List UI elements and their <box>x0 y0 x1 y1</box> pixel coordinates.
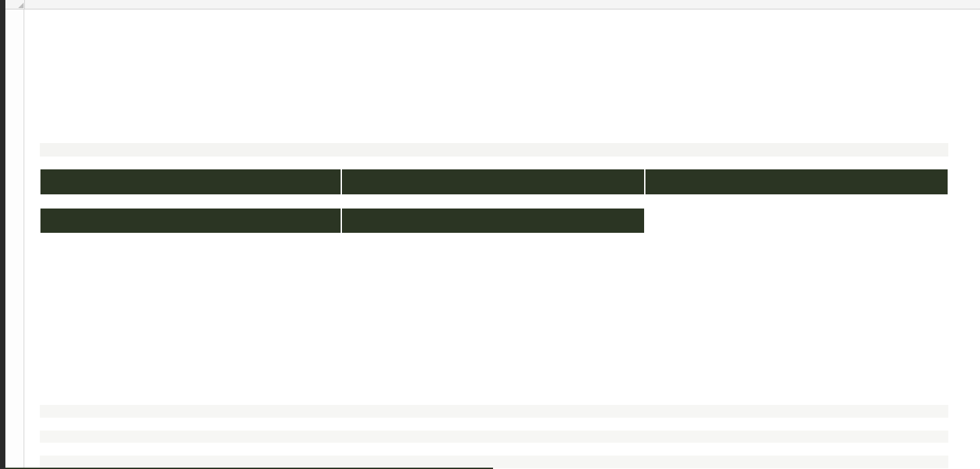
nav-button-manedsoversikt[interactable] <box>342 169 644 194</box>
rate-row-band <box>40 456 948 468</box>
rate-value-trekkpliktig <box>645 431 797 443</box>
kpi-label-antall-turer <box>645 99 797 111</box>
rate-row-band <box>40 405 948 418</box>
kpi-value-kjoregodtgjorelse <box>341 111 645 132</box>
select-all-triangle-icon <box>18 3 24 8</box>
window-left-edge <box>0 0 5 469</box>
kpi-value-antall-turer <box>645 111 948 132</box>
nav-button-kjorebok[interactable] <box>40 169 341 194</box>
rate-value-skattefri <box>645 418 797 431</box>
kpi-value-total-km <box>40 111 341 132</box>
column-header-bar <box>24 0 980 9</box>
nav-button-arssammendrag[interactable] <box>645 169 948 194</box>
rate-value-moped <box>645 456 797 468</box>
rate-row-band <box>40 431 948 443</box>
navigation-heading-band <box>40 143 948 157</box>
rate-value-tung-motorsykkel <box>645 443 797 456</box>
kpi-label-total-km <box>40 99 189 111</box>
nav-button-dashboard[interactable] <box>40 209 341 233</box>
row-header-gutter <box>5 9 24 469</box>
kpi-label-kjoregodtgjorelse <box>341 99 493 111</box>
nav-button-innstillinger[interactable] <box>342 209 644 233</box>
rate-value-bil <box>645 405 797 418</box>
select-all-corner[interactable] <box>5 0 25 9</box>
spreadsheet-window <box>0 0 980 469</box>
